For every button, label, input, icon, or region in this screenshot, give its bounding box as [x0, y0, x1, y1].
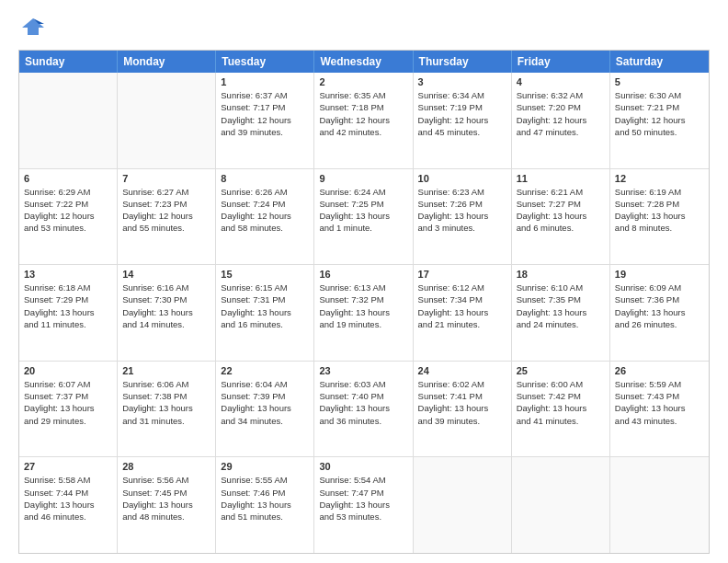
day-info-line: Sunrise: 6:37 AM	[221, 89, 309, 101]
day-info-line: Sunrise: 5:59 AM	[615, 378, 704, 390]
day-info-line: Sunrise: 6:18 AM	[24, 282, 112, 293]
day-info-line: and 14 minutes.	[122, 318, 210, 330]
day-info-line: Sunrise: 6:13 AM	[319, 282, 407, 293]
day-info-line: Daylight: 13 hours	[319, 306, 407, 318]
day-info-line: Daylight: 12 hours	[319, 114, 407, 126]
day-info-line: Daylight: 13 hours	[615, 306, 704, 318]
day-info-line: Sunrise: 6:19 AM	[615, 186, 704, 198]
day-number: 28	[122, 461, 210, 472]
day-info-line: and 11 minutes.	[24, 318, 112, 330]
day-info-line: Sunrise: 6:07 AM	[24, 378, 112, 390]
day-info-line: Daylight: 13 hours	[615, 402, 704, 414]
day-info: Sunrise: 6:06 AMSunset: 7:38 PMDaylight:…	[122, 378, 210, 427]
calendar-day-21: 21Sunrise: 6:06 AMSunset: 7:38 PMDayligh…	[118, 362, 216, 457]
calendar-day-15: 15Sunrise: 6:15 AMSunset: 7:31 PMDayligh…	[216, 265, 314, 361]
day-info-line: Sunrise: 6:00 AM	[517, 378, 605, 390]
day-info-line: Daylight: 12 hours	[221, 210, 309, 222]
calendar-day-11: 11Sunrise: 6:21 AMSunset: 7:27 PMDayligh…	[512, 169, 610, 265]
day-info-line: and 31 minutes.	[122, 415, 210, 427]
day-number: 5	[615, 76, 704, 87]
day-info-line: Sunrise: 6:30 AM	[615, 89, 704, 101]
header-day-sunday: Sunday	[19, 51, 118, 73]
day-info-line: Sunset: 7:19 PM	[418, 101, 506, 113]
calendar-day-1: 1Sunrise: 6:37 AMSunset: 7:17 PMDaylight…	[216, 73, 314, 168]
day-info-line: Sunrise: 6:06 AM	[122, 378, 210, 390]
day-info-line: Sunrise: 6:26 AM	[221, 186, 309, 198]
day-info: Sunrise: 6:32 AMSunset: 7:20 PMDaylight:…	[517, 89, 605, 138]
day-info: Sunrise: 6:29 AMSunset: 7:22 PMDaylight:…	[24, 186, 112, 235]
day-info-line: and 36 minutes.	[319, 415, 407, 427]
day-info-line: and 3 minutes.	[418, 222, 506, 234]
day-number: 24	[418, 365, 506, 376]
calendar-day-18: 18Sunrise: 6:10 AMSunset: 7:35 PMDayligh…	[512, 265, 610, 361]
day-number: 23	[319, 365, 407, 376]
calendar-body: 1Sunrise: 6:37 AMSunset: 7:17 PMDaylight…	[19, 73, 709, 553]
day-info-line: and 46 minutes.	[24, 511, 112, 523]
day-info-line: and 45 minutes.	[418, 126, 506, 138]
day-info-line: Sunset: 7:32 PM	[319, 293, 407, 305]
day-info-line: Daylight: 13 hours	[418, 306, 506, 318]
day-info-line: Sunrise: 6:04 AM	[221, 378, 309, 390]
day-info-line: Sunrise: 6:02 AM	[418, 378, 506, 390]
header-day-wednesday: Wednesday	[314, 51, 413, 73]
calendar-day-26: 26Sunrise: 5:59 AMSunset: 7:43 PMDayligh…	[610, 362, 709, 457]
day-number: 18	[517, 269, 605, 280]
day-number: 11	[517, 173, 605, 184]
calendar-day-9: 9Sunrise: 6:24 AMSunset: 7:25 PMDaylight…	[314, 169, 413, 265]
day-info-line: and 42 minutes.	[319, 126, 407, 138]
calendar-day-2: 2Sunrise: 6:35 AMSunset: 7:18 PMDaylight…	[314, 73, 413, 168]
day-info: Sunrise: 6:12 AMSunset: 7:34 PMDaylight:…	[418, 282, 506, 330]
calendar-day-5: 5Sunrise: 6:30 AMSunset: 7:21 PMDaylight…	[610, 73, 709, 168]
day-info: Sunrise: 5:54 AMSunset: 7:47 PMDaylight:…	[319, 474, 407, 523]
day-info-line: and 53 minutes.	[24, 222, 112, 234]
day-info-line: Sunset: 7:47 PM	[319, 487, 407, 499]
day-info-line: Sunrise: 6:09 AM	[615, 282, 704, 293]
day-number: 19	[615, 269, 704, 280]
day-number: 22	[221, 365, 309, 376]
day-info-line: Daylight: 13 hours	[122, 402, 210, 414]
day-number: 9	[319, 173, 407, 184]
day-info-line: and 53 minutes.	[319, 511, 407, 523]
day-info: Sunrise: 6:15 AMSunset: 7:31 PMDaylight:…	[221, 282, 309, 330]
day-info-line: Daylight: 13 hours	[517, 402, 605, 414]
day-number: 12	[615, 173, 704, 184]
calendar-day-29: 29Sunrise: 5:55 AMSunset: 7:46 PMDayligh…	[216, 457, 314, 553]
day-info: Sunrise: 6:00 AMSunset: 7:42 PMDaylight:…	[517, 378, 605, 427]
day-info-line: Sunset: 7:42 PM	[517, 390, 605, 402]
day-number: 30	[319, 461, 407, 472]
header-day-saturday: Saturday	[610, 51, 709, 73]
calendar-header: SundayMondayTuesdayWednesdayThursdayFrid…	[19, 51, 709, 73]
calendar-day-12: 12Sunrise: 6:19 AMSunset: 7:28 PMDayligh…	[610, 169, 709, 265]
calendar-day-14: 14Sunrise: 6:16 AMSunset: 7:30 PMDayligh…	[118, 265, 216, 361]
calendar-day-17: 17Sunrise: 6:12 AMSunset: 7:34 PMDayligh…	[414, 265, 512, 361]
header-day-tuesday: Tuesday	[216, 51, 314, 73]
calendar-day-25: 25Sunrise: 6:00 AMSunset: 7:42 PMDayligh…	[512, 362, 610, 457]
day-info-line: and 19 minutes.	[319, 318, 407, 330]
day-info-line: and 34 minutes.	[221, 415, 309, 427]
day-info-line: Sunrise: 6:35 AM	[319, 89, 407, 101]
page: SundayMondayTuesdayWednesdayThursdayFrid…	[0, 0, 728, 563]
day-info-line: and 58 minutes.	[221, 222, 309, 234]
day-info-line: Sunset: 7:28 PM	[615, 198, 704, 210]
header-day-monday: Monday	[118, 51, 216, 73]
day-info: Sunrise: 6:07 AMSunset: 7:37 PMDaylight:…	[24, 378, 112, 427]
calendar-day-10: 10Sunrise: 6:23 AMSunset: 7:26 PMDayligh…	[414, 169, 512, 265]
day-info-line: Sunset: 7:17 PM	[221, 101, 309, 113]
day-info-line: Sunset: 7:36 PM	[615, 293, 704, 305]
day-info-line: Sunset: 7:30 PM	[122, 293, 210, 305]
calendar-cell-empty	[610, 457, 709, 553]
day-number: 14	[122, 269, 210, 280]
day-info: Sunrise: 6:04 AMSunset: 7:39 PMDaylight:…	[221, 378, 309, 427]
calendar-cell-empty	[512, 457, 610, 553]
day-info-line: Sunset: 7:46 PM	[221, 487, 309, 499]
day-info: Sunrise: 6:19 AMSunset: 7:28 PMDaylight:…	[615, 186, 704, 235]
day-number: 20	[24, 365, 112, 376]
day-info-line: Daylight: 12 hours	[221, 114, 309, 126]
day-info-line: Daylight: 13 hours	[221, 499, 309, 511]
day-info-line: Sunset: 7:45 PM	[122, 487, 210, 499]
day-info: Sunrise: 6:10 AMSunset: 7:35 PMDaylight:…	[517, 282, 605, 330]
day-info: Sunrise: 6:23 AMSunset: 7:26 PMDaylight:…	[418, 186, 506, 235]
day-info-line: and 39 minutes.	[221, 126, 309, 138]
day-number: 10	[418, 173, 506, 184]
calendar-day-22: 22Sunrise: 6:04 AMSunset: 7:39 PMDayligh…	[216, 362, 314, 457]
